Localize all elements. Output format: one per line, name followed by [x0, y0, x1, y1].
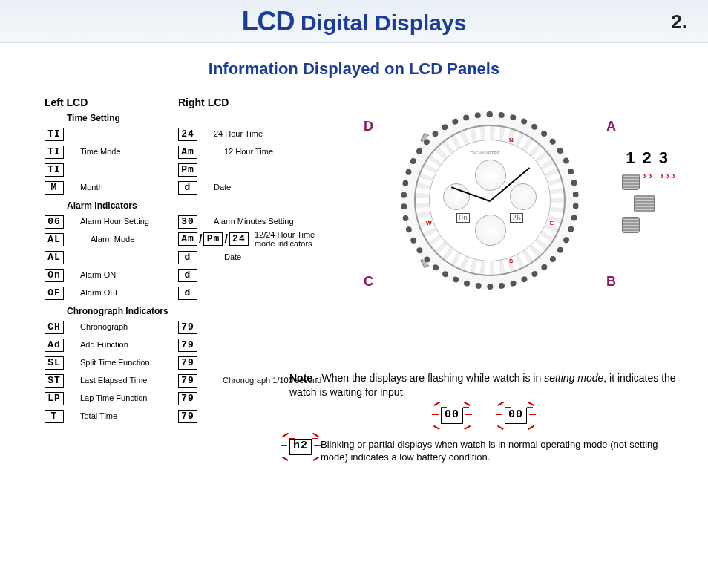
button-a-label: A — [606, 119, 616, 134]
right-lcd-header: Right LCD — [178, 97, 229, 108]
alarm-hour-label: Alarm Hour Setting — [80, 217, 149, 226]
left-lcd-header: Left LCD — [45, 97, 178, 108]
lcd-am: Am — [178, 146, 197, 159]
note-em1: setting mode — [544, 372, 603, 384]
mode-indicator-row: Am/Pm/24 12/24 Hour Time mode indicators — [178, 230, 327, 248]
watch-diagram: D A C B 123 › ›› ››› N S E W TACHYMETRE — [356, 104, 698, 304]
watch-lcd-right: 26 — [510, 213, 523, 223]
lcd-79-1: 79 — [178, 321, 197, 334]
content-area: Left LCD Right LCD Time Setting TI TITim… — [45, 97, 693, 581]
lcd-24-ind: 24 — [229, 232, 249, 246]
lcd-sl: SL — [45, 356, 64, 370]
compass-s: S — [509, 258, 513, 264]
low-battery-row: h2 Blinking or partial displays when wat… — [289, 438, 678, 464]
lcd-79-5: 79 — [178, 392, 197, 405]
split-label: Split Time Function — [80, 358, 150, 367]
lcd-month: M — [45, 181, 64, 195]
lcd-alarm-min: 30 — [178, 215, 197, 229]
flash-lcd-2: 00 — [505, 408, 527, 424]
mode-ind-label: 12/24 Hour Time mode indicators — [255, 230, 327, 248]
crown-pos-1 — [622, 174, 640, 190]
title-lcd: LCD — [242, 6, 295, 36]
slash-2: / — [224, 232, 227, 246]
flash-box-2: 00 — [505, 407, 527, 425]
month-label: Month — [80, 183, 103, 192]
lcd-pm-ind: Pm — [203, 232, 223, 246]
lcd-ti-2: TI — [45, 146, 64, 159]
lcd-al-2: AL — [45, 251, 64, 264]
lcd-d3: d — [178, 287, 197, 300]
flash-box-1: 00 — [441, 407, 463, 425]
watch-inner: TACHYMETRE On 26 — [429, 140, 551, 261]
lcd-total: T — [45, 410, 64, 423]
lcd-lp: LP — [45, 392, 64, 405]
title-rest: Digital Displays — [301, 10, 466, 35]
alarm-on-label: Alarm ON — [80, 270, 116, 279]
lcd-79-2: 79 — [178, 339, 197, 352]
compass-e: E — [550, 220, 554, 226]
lcd-d2: d — [178, 269, 197, 282]
flash-examples: 00 00 — [289, 407, 678, 425]
flash-lcd-1: 00 — [441, 408, 463, 424]
alarm-mode-label: Alarm Mode — [91, 235, 134, 244]
subdial-left — [443, 183, 470, 210]
button-c-label: C — [364, 274, 373, 290]
last-label: Last Elapsed Time — [80, 376, 148, 385]
lcd-ti-1: TI — [45, 128, 64, 141]
lowbatt-flash-box: h2 — [289, 438, 312, 456]
alarm-off-label: Alarm OFF — [80, 288, 120, 297]
chronograph-indicators-header: Chronograph Indicators — [67, 306, 693, 316]
crown-pos-3 — [622, 217, 640, 233]
date-group-label: Date — [224, 252, 241, 261]
lcd-ti-3: TI — [45, 163, 64, 177]
section-subtitle: Information Displayed on LCD Panels — [0, 59, 708, 79]
subdial-top — [475, 160, 506, 191]
note-text: Note - When the displays are flashing wh… — [289, 371, 678, 399]
hr12-label: 12 Hour Time — [224, 147, 273, 156]
note-t1: - When the displays are flashing while w… — [312, 372, 544, 384]
lowbatt-lcd: h2 — [289, 439, 312, 455]
button-b-label: B — [606, 274, 616, 290]
crown-1: 1 — [626, 148, 642, 167]
add-label: Add Function — [80, 340, 128, 349]
lcd-alarm-hour: 06 — [45, 215, 64, 229]
compass-w: W — [426, 220, 432, 226]
lcd-date: d — [178, 181, 197, 195]
lcd-alarm-off: OF — [45, 287, 64, 300]
lcd-pm: Pm — [178, 163, 197, 177]
lcd-ch: CH — [45, 321, 64, 334]
lcd-st: ST — [45, 374, 64, 388]
lcd-alarm-on: On — [45, 269, 64, 282]
crown-numbers: 123 — [626, 148, 675, 168]
total-label: Total Time — [80, 411, 117, 420]
page-header: LCD Digital Displays 2. — [0, 0, 708, 43]
lcd-ad: Ad — [45, 339, 64, 352]
note-prefix: Note — [289, 372, 312, 384]
lcd-79-3: 79 — [178, 356, 197, 370]
lcd-79-4: 79 — [178, 374, 197, 388]
subdial-bottom — [475, 215, 506, 246]
lcd-24: 24 — [178, 128, 197, 141]
lcd-al-1: AL — [45, 233, 64, 246]
chrono-label: Chronograph — [80, 322, 128, 331]
button-d-label: D — [364, 119, 373, 134]
date-label: Date — [214, 183, 231, 192]
lcd-d1: d — [178, 251, 197, 264]
watch-lcd-left: On — [456, 213, 470, 223]
tachy-label: TACHYMETRE — [470, 151, 500, 155]
alarm-min-label: Alarm Minutes Setting — [214, 217, 294, 226]
lap-label: Lap Time Function — [80, 393, 148, 402]
lcd-am-ind: Am — [178, 232, 197, 246]
hr24-label: 24 Hour Time — [214, 129, 263, 138]
subdial-right — [510, 183, 537, 210]
page-title: LCD Digital Displays — [242, 6, 467, 37]
slash-1: / — [199, 232, 202, 246]
crown-2: 2 — [643, 148, 659, 167]
page-number: 2. — [671, 10, 687, 33]
lowbatt-text: Blinking or partial displays when watch … — [321, 438, 678, 464]
lcd-79-6: 79 — [178, 410, 197, 423]
crown-pos-2 — [634, 195, 655, 212]
time-mode-label: Time Mode — [80, 147, 121, 156]
note-block: Note - When the displays are flashing wh… — [289, 371, 678, 464]
crown-3: 3 — [659, 148, 675, 167]
